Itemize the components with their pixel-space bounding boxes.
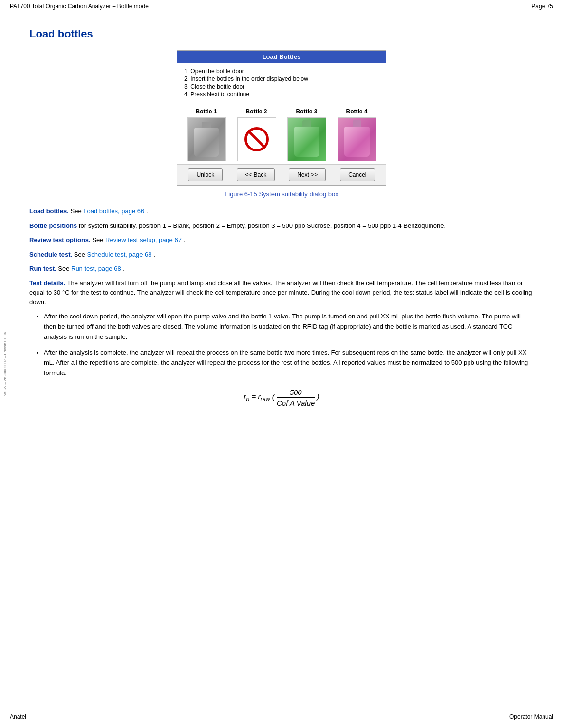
dialog-instructions: 1. Open the bottle door 2. Insert the bo… xyxy=(177,63,386,103)
page-header: PAT700 Total Organic Carbon Analyzer – B… xyxy=(0,0,563,13)
bottle-2: Bottle 2 xyxy=(235,108,279,161)
sidebar-text: WGW – 26 July 2007 – Edition 01.04 xyxy=(2,97,9,631)
bullet-item-1: After the cool down period, the analyzer… xyxy=(44,312,534,342)
text-test-details: The analyzer will first turn off the pum… xyxy=(29,280,532,306)
bottle-3-label: Bottle 3 xyxy=(296,108,317,115)
para-test-details: Test details. The analyzer will first tu… xyxy=(29,279,534,307)
label-review-test: Review test options. xyxy=(29,236,91,243)
formula-denominator: Cof A Value xyxy=(277,398,315,407)
label-test-details: Test details. xyxy=(29,280,65,287)
bottle-4-label: Bottle 4 xyxy=(346,108,367,115)
unlock-button[interactable]: Unlock xyxy=(188,168,223,181)
page-footer: Anatel Operator Manual xyxy=(0,710,563,723)
text-load-bottles: See xyxy=(71,207,84,215)
instruction-3: 3. Close the bottle door xyxy=(184,83,379,90)
label-load-bottles: Load bottles. xyxy=(29,207,69,215)
dialog-title: Load Bottles xyxy=(177,51,386,63)
bottle-3-image xyxy=(287,117,326,161)
bottles-row: Bottle 1 Bottle 2 Bottle 3 Bottle 4 xyxy=(177,103,386,164)
link-review-test[interactable]: Review test setup, page 67 xyxy=(105,236,182,243)
bullet-list: After the cool down period, the analyzer… xyxy=(44,312,534,378)
dialog-box: Load Bottles 1. Open the bottle door 2. … xyxy=(177,50,386,186)
formula-fraction: 500 Cof A Value xyxy=(277,388,315,407)
label-bottle-positions: Bottle positions xyxy=(29,222,77,229)
formula-numerator: 500 xyxy=(277,388,315,398)
text-bottle-positions: for system suitability, position 1 = Bla… xyxy=(79,222,446,229)
link-run-test[interactable]: Run test, page 68 xyxy=(71,265,121,272)
instruction-1: 1. Open the bottle door xyxy=(184,68,379,75)
para-bottle-positions: Bottle positions for system suitability,… xyxy=(29,221,534,231)
label-run-test: Run test. xyxy=(29,265,56,272)
dialog-buttons: Unlock << Back Next >> Cancel xyxy=(177,164,386,185)
para-schedule-test: Schedule test. See Schedule test, page 6… xyxy=(29,250,534,260)
footer-left: Anatel xyxy=(10,713,26,720)
para-review-test: Review test options. See Review test set… xyxy=(29,235,534,245)
bottle-4: Bottle 4 xyxy=(335,108,379,161)
bottle-3: Bottle 3 xyxy=(285,108,329,161)
header-title: PAT700 Total Organic Carbon Analyzer – B… xyxy=(10,3,149,10)
header-page: Page 75 xyxy=(531,3,553,10)
bottle-1: Bottle 1 xyxy=(185,108,228,161)
cancel-button[interactable]: Cancel xyxy=(340,168,375,181)
formula-lhs: rn = rraw xyxy=(244,392,270,401)
bullet-item-2: After the analysis is complete, the anal… xyxy=(44,348,534,378)
label-schedule-test: Schedule test. xyxy=(29,251,72,258)
bottle-2-label: Bottle 2 xyxy=(245,108,267,115)
back-button[interactable]: << Back xyxy=(237,168,275,181)
bottle-4-image xyxy=(338,117,376,161)
bottle-1-label: Bottle 1 xyxy=(195,108,217,115)
formula: rn = rraw ( 500 Cof A Value ) xyxy=(29,388,534,407)
bottle-1-image xyxy=(187,117,226,161)
section-title: Load bottles xyxy=(29,28,534,40)
bottle-2-image xyxy=(237,117,276,161)
instruction-4: 4. Press Next to continue xyxy=(184,91,379,98)
page-content: Load bottles Load Bottles 1. Open the bo… xyxy=(0,13,563,446)
para-load-bottles: Load bottles. See Load bottles, page 66 … xyxy=(29,206,534,216)
link-load-bottles[interactable]: Load bottles, page 66 xyxy=(83,207,144,215)
empty-bottle-icon xyxy=(244,127,269,151)
next-button[interactable]: Next >> xyxy=(289,168,326,181)
instruction-2: 2. Insert the bottles in the order displ… xyxy=(184,75,379,82)
link-schedule-test[interactable]: Schedule test, page 68 xyxy=(87,251,152,258)
footer-right: Operator Manual xyxy=(509,713,553,720)
para-run-test: Run test. See Run test, page 68 . xyxy=(29,264,534,274)
figure-caption: Figure 6-15 System suitability dialog bo… xyxy=(29,190,534,198)
